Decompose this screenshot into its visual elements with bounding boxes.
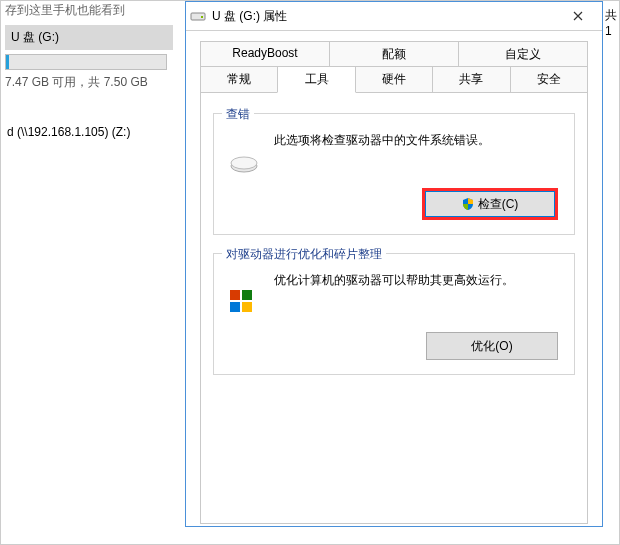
drive-capacity-text: 7.47 GB 可用，共 7.50 GB	[5, 74, 173, 91]
svg-rect-4	[230, 290, 240, 300]
titlebar[interactable]: U 盘 (G:) 属性	[186, 2, 602, 31]
tab-quota[interactable]: 配额	[329, 41, 459, 67]
drive-capacity-bar	[5, 54, 167, 70]
svg-point-3	[231, 157, 257, 169]
properties-dialog: U 盘 (G:) 属性 ReadyBoost 配额 自定义 常规 工具 硬件 共…	[185, 1, 603, 527]
drive-disk-icon	[228, 144, 260, 176]
optimize-button-label: 优化(O)	[471, 338, 512, 355]
close-icon	[573, 11, 583, 21]
svg-rect-7	[242, 302, 252, 312]
svg-rect-5	[242, 290, 252, 300]
check-button-label: 检查(C)	[478, 196, 519, 213]
drive-item-network[interactable]: d (\\192.168.1.105) (Z:)	[5, 121, 179, 143]
uac-shield-icon	[462, 198, 474, 210]
tab-readyboost[interactable]: ReadyBoost	[200, 41, 330, 67]
drive-label: U 盘 (G:)	[11, 29, 167, 46]
drive-icon	[190, 8, 206, 24]
tab-hardware[interactable]: 硬件	[355, 66, 433, 93]
tab-security[interactable]: 安全	[510, 66, 588, 93]
background-text: 共 1	[605, 7, 619, 38]
check-description: 此选项将检查驱动器中的文件系统错误。	[274, 132, 562, 149]
group-title-check: 查错	[222, 106, 254, 123]
tab-sharing[interactable]: 共享	[432, 66, 510, 93]
group-title-optimize: 对驱动器进行优化和碎片整理	[222, 246, 386, 263]
group-optimize: 对驱动器进行优化和碎片整理 优化计算机的驱动器可以帮助其更高效运行。 优化(O)	[213, 253, 575, 375]
check-button[interactable]: 检查(C)	[422, 188, 558, 220]
explorer-sidebar: 存到这里手机也能看到 U 盘 (G:) 7.47 GB 可用，共 7.50 GB…	[1, 1, 181, 545]
tab-customize[interactable]: 自定义	[458, 41, 588, 67]
group-error-checking: 查错 此选项将检查驱动器中的文件系统错误。 检查(C)	[213, 113, 575, 235]
svg-rect-1	[201, 16, 203, 18]
tab-general[interactable]: 常规	[200, 66, 278, 93]
explorer-hint: 存到这里手机也能看到	[1, 1, 189, 19]
svg-rect-6	[230, 302, 240, 312]
close-button[interactable]	[558, 2, 598, 30]
tab-panel-tools: 查错 此选项将检查驱动器中的文件系统错误。 检查(C) 对驱动器进行优化和碎片整…	[200, 92, 588, 524]
optimize-button[interactable]: 优化(O)	[426, 332, 558, 360]
optimize-description: 优化计算机的驱动器可以帮助其更高效运行。	[274, 272, 562, 289]
drive-item-usb[interactable]: U 盘 (G:)	[5, 25, 173, 50]
dialog-title: U 盘 (G:) 属性	[212, 8, 558, 25]
defrag-icon	[228, 284, 260, 316]
tab-tools[interactable]: 工具	[277, 66, 355, 93]
